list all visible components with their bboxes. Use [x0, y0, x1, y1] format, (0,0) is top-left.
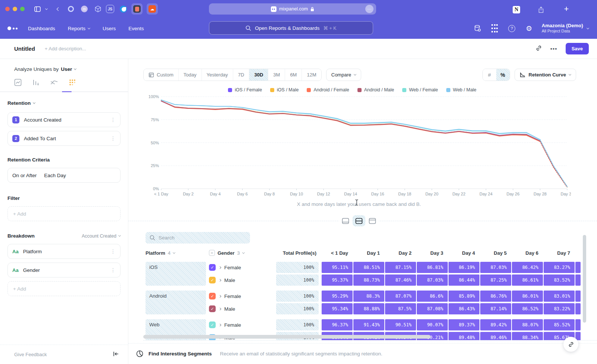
extension-ring-icon[interactable]	[66, 4, 75, 13]
retention-section-header[interactable]: Retention	[7, 100, 121, 106]
expand-row-icon[interactable]	[219, 307, 221, 310]
collapse-sidebar-icon[interactable]	[113, 351, 119, 358]
sidebar-toggle-icon[interactable]	[33, 4, 42, 13]
report-title[interactable]: Untitled	[14, 46, 35, 52]
column-header-4[interactable]: Day 3	[417, 250, 448, 256]
notion-tab-icon[interactable]: N	[512, 5, 521, 14]
copy-link-icon[interactable]	[535, 45, 542, 53]
tab-retention[interactable]	[69, 79, 76, 90]
tab-funnels[interactable]	[32, 79, 40, 90]
legend-item-5[interactable]: Web / Male	[446, 87, 476, 92]
expand-row-icon[interactable]	[219, 323, 221, 326]
share-link-fab[interactable]	[563, 337, 578, 352]
extension-bird-icon[interactable]	[119, 4, 128, 13]
layout-table-only-button[interactable]	[366, 215, 379, 226]
expand-row-icon[interactable]	[219, 295, 221, 297]
nav-users[interactable]: Users	[103, 26, 116, 31]
legend-item-2[interactable]: Android / Female	[307, 87, 349, 92]
expand-row-icon[interactable]	[219, 279, 221, 281]
legend-item-0[interactable]: iOS / Female	[228, 87, 262, 92]
apps-grid-icon[interactable]	[490, 24, 499, 33]
window-controls[interactable]	[5, 7, 25, 11]
nav-dashboards[interactable]: Dashboards	[28, 26, 55, 31]
column-header-0[interactable]: Total Profile(s)	[276, 250, 322, 256]
step-menu-icon[interactable]: ⋮	[110, 117, 116, 123]
add-breakdown-button[interactable]: + Add	[7, 281, 121, 296]
horizontal-scrollbar[interactable]	[143, 335, 431, 339]
extension-onepassword-icon[interactable]	[131, 3, 143, 15]
extension-soundcloud-icon[interactable]: ☁	[147, 3, 158, 15]
range-7d[interactable]: 7D	[233, 69, 250, 81]
range-30d[interactable]: 30D	[249, 69, 268, 81]
give-feedback-link[interactable]: Give Feedback	[14, 352, 47, 357]
series-checkbox[interactable]: ✓	[209, 264, 216, 271]
add-filter-button[interactable]: + Add	[7, 206, 121, 221]
help-icon[interactable]: ?	[507, 24, 516, 33]
absolute-mode-button[interactable]: #	[483, 69, 496, 81]
range-3m[interactable]: 3M	[268, 69, 285, 81]
more-options-icon[interactable]: •••	[550, 46, 557, 52]
range-today[interactable]: Today	[179, 69, 202, 81]
column-header-3[interactable]: Day 2	[385, 250, 417, 256]
criteria-mode[interactable]: On or After	[12, 173, 37, 178]
extension-m-icon[interactable]: m	[80, 4, 89, 13]
compare-button[interactable]: Compare	[326, 69, 361, 81]
platform-cell[interactable]: Android	[146, 291, 206, 314]
account-switcher[interactable]: Amazonia {Demo} All Project Data	[542, 23, 589, 34]
range-12m[interactable]: 12M	[302, 69, 321, 81]
platform-cell[interactable]: iOS	[146, 262, 206, 286]
breakdown-item-platform[interactable]: Aa Platform ⋮	[7, 244, 121, 259]
back-button[interactable]	[54, 4, 63, 13]
column-header-5[interactable]: Day 4	[448, 250, 480, 256]
new-tab-icon[interactable]: +	[562, 4, 571, 13]
column-header-6[interactable]: Day 5	[480, 250, 512, 256]
footer-title[interactable]: Find Interesting Segments	[149, 351, 212, 357]
layout-chart-only-button[interactable]	[339, 215, 352, 226]
analyze-value-dropdown[interactable]: User	[61, 66, 72, 72]
breakdown-menu-icon[interactable]: ⋮	[110, 248, 116, 254]
series-checkbox[interactable]: ✓	[209, 321, 216, 328]
chart-type-dropdown[interactable]: Retention Curve	[515, 69, 576, 81]
url-bar[interactable]: mixpanel.com ⋯	[209, 3, 376, 15]
column-header-1[interactable]: < 1 Day	[322, 250, 353, 256]
platform-column-header[interactable]: Platform 4	[146, 250, 209, 256]
series-checkbox[interactable]: ✓	[209, 277, 216, 283]
vertical-scrollbar[interactable]	[583, 235, 586, 323]
zoom-window-button[interactable]	[20, 7, 25, 11]
settings-gear-icon[interactable]: ⚙	[525, 24, 534, 33]
nav-events[interactable]: Events	[128, 26, 144, 31]
table-search-input[interactable]: Search	[146, 232, 250, 244]
range-custom[interactable]: Custom	[144, 69, 179, 81]
tab-insights[interactable]	[14, 79, 22, 90]
retention-criteria-card[interactable]: On or After Each Day	[7, 168, 121, 183]
column-header-2[interactable]: Day 1	[353, 250, 385, 256]
layout-split-button[interactable]	[353, 215, 365, 226]
range-yesterday[interactable]: Yesterday	[202, 69, 233, 81]
gender-column-header[interactable]: − Gender 3	[209, 250, 276, 256]
breakdown-menu-icon[interactable]: ⋮	[110, 267, 116, 273]
column-header-7[interactable]: Day 6	[512, 250, 544, 256]
close-window-button[interactable]	[5, 7, 10, 11]
percent-mode-button[interactable]: %	[496, 69, 510, 81]
criteria-interval[interactable]: Each Day	[44, 173, 66, 178]
share-icon[interactable]	[537, 5, 546, 14]
chevron-down-icon[interactable]	[43, 4, 49, 13]
tab-flows[interactable]	[50, 79, 58, 90]
extension-cube-icon[interactable]	[93, 4, 102, 13]
retention-step-1[interactable]: 1 Account Created ⋮	[7, 112, 121, 127]
series-checkbox[interactable]: ✓	[209, 293, 216, 299]
breakdown-scope-dropdown[interactable]: Account Created	[82, 233, 121, 239]
mixpanel-logo[interactable]	[7, 26, 17, 31]
select-all-checkbox[interactable]: −	[209, 250, 215, 256]
nav-reports[interactable]: Reports	[68, 26, 90, 31]
minimize-window-button[interactable]	[13, 7, 17, 11]
save-button[interactable]: Save	[566, 43, 589, 54]
step-menu-icon[interactable]: ⋮	[110, 135, 116, 141]
legend-item-1[interactable]: iOS / Male	[270, 87, 298, 92]
breakdown-item-gender[interactable]: Aa Gender ⋮	[7, 263, 121, 277]
range-6m[interactable]: 6M	[285, 69, 302, 81]
retention-step-2[interactable]: 2 Added To Cart ⋮	[7, 131, 121, 146]
column-header-8[interactable]: Day 7	[544, 250, 575, 256]
site-options-icon[interactable]: ⋯	[365, 5, 373, 13]
report-description-placeholder[interactable]: + Add description...	[45, 46, 86, 51]
